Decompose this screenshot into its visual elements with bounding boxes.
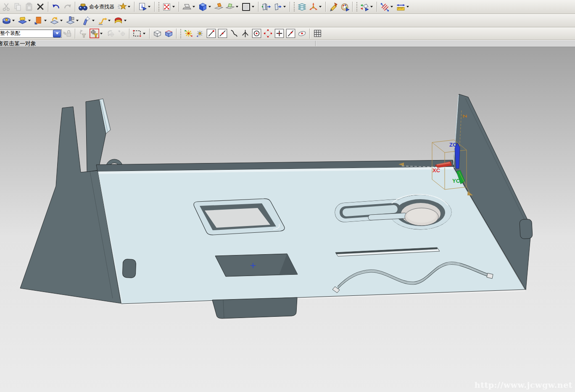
rendering-style-button[interactable] bbox=[197, 1, 213, 12]
snap-point-on-curve-button[interactable] bbox=[285, 28, 296, 39]
nav-box-icon bbox=[162, 2, 171, 12]
dropdown-caret-icon[interactable] bbox=[124, 20, 127, 21]
reset-gray-icon bbox=[106, 29, 115, 38]
selection-filter-button[interactable] bbox=[77, 28, 89, 39]
replace-view-button[interactable] bbox=[272, 1, 288, 12]
snap-settings-button[interactable] bbox=[194, 28, 206, 39]
3d-viewport[interactable]: Z ZC XC YC http://www.jcwgw.net bbox=[0, 47, 575, 392]
layer-settings-button[interactable] bbox=[296, 1, 308, 12]
dropdown-caret-icon[interactable] bbox=[236, 6, 238, 8]
toolbar-drag-handle[interactable] bbox=[356, 2, 358, 12]
pt-mid-icon bbox=[218, 29, 227, 38]
sm-normal-cutout-button[interactable] bbox=[81, 15, 97, 26]
section-view-button[interactable] bbox=[213, 1, 224, 12]
dropdown-caret-icon[interactable] bbox=[143, 33, 145, 34]
dropdown-caret-icon[interactable] bbox=[283, 6, 286, 8]
undo-icon bbox=[51, 2, 61, 12]
toolbar-drag-handle[interactable] bbox=[158, 2, 160, 12]
dropdown-caret-icon[interactable] bbox=[44, 20, 47, 21]
snap-existing-point-button[interactable] bbox=[274, 28, 285, 39]
cut-button[interactable] bbox=[1, 1, 12, 12]
sm-contour-flange-button[interactable] bbox=[33, 15, 49, 26]
grid-snap-button[interactable] bbox=[312, 28, 323, 39]
dropdown-caret-icon[interactable] bbox=[76, 20, 79, 21]
transparent-pick-button[interactable] bbox=[163, 28, 174, 39]
dropdown-caret-icon[interactable] bbox=[108, 20, 111, 21]
interpart-link-button[interactable] bbox=[62, 28, 73, 39]
dropdown-caret-icon[interactable] bbox=[370, 6, 373, 8]
snap-point-on-face-button[interactable] bbox=[296, 28, 308, 39]
dropdown-caret-icon[interactable] bbox=[128, 6, 130, 8]
marquee-select-button[interactable] bbox=[132, 28, 148, 39]
delete-button[interactable] bbox=[35, 1, 46, 12]
snap-point-button[interactable] bbox=[183, 28, 194, 39]
wcs-display-button[interactable] bbox=[308, 1, 324, 12]
trans-cube-icon bbox=[164, 29, 174, 38]
snap-midpoint-button[interactable] bbox=[217, 28, 228, 39]
dropdown-caret-icon[interactable] bbox=[28, 20, 31, 21]
dropdown-caret-icon[interactable] bbox=[60, 20, 63, 21]
touch-mode-button[interactable] bbox=[116, 1, 132, 12]
dropdown-caret-icon[interactable] bbox=[252, 6, 254, 8]
dropdown-caret-icon[interactable] bbox=[12, 20, 15, 21]
snap-endpoint-button[interactable] bbox=[206, 28, 217, 39]
copy-button[interactable] bbox=[12, 1, 24, 12]
window-display-button[interactable] bbox=[181, 1, 197, 12]
part-3d-model: Z ZC XC YC bbox=[0, 47, 575, 392]
clip-section-button[interactable] bbox=[224, 1, 240, 12]
information-button[interactable] bbox=[137, 1, 153, 12]
redo-button[interactable] bbox=[62, 1, 73, 12]
datum-axis-label: Z bbox=[462, 114, 468, 118]
dropdown-caret-icon[interactable] bbox=[319, 6, 322, 8]
snap-control-point-button[interactable] bbox=[228, 28, 240, 39]
dropdown-caret-icon[interactable] bbox=[92, 20, 95, 21]
dropdown-caret-icon[interactable] bbox=[193, 6, 195, 8]
sm-emboss-button[interactable] bbox=[113, 15, 129, 26]
prompt-message: 双击某一对象 bbox=[3, 40, 36, 47]
dropdown-caret-icon[interactable] bbox=[100, 33, 103, 34]
snap-quadrant-button[interactable] bbox=[262, 28, 274, 39]
pt-slash-icon bbox=[286, 29, 295, 38]
toolbar-separator bbox=[75, 29, 76, 39]
dropdown-caret-icon[interactable] bbox=[208, 6, 211, 8]
toolbar-drag-handle[interactable] bbox=[180, 29, 182, 39]
edit-object-display-button[interactable] bbox=[328, 1, 339, 12]
object-display-button[interactable] bbox=[339, 1, 351, 12]
show-hide-button[interactable] bbox=[359, 1, 375, 12]
type-filter-button[interactable] bbox=[89, 28, 105, 39]
snap-arc-center-button[interactable] bbox=[251, 28, 262, 39]
sm3-icon bbox=[34, 16, 43, 25]
marquee-icon bbox=[132, 29, 142, 38]
paste-button[interactable] bbox=[24, 1, 35, 12]
orient-view-button[interactable] bbox=[261, 1, 272, 12]
wcs-icon bbox=[309, 2, 318, 12]
layers-icon bbox=[297, 2, 307, 12]
undo-button[interactable] bbox=[50, 1, 62, 12]
toolbar-drag-handle[interactable] bbox=[293, 2, 295, 12]
shaded-pick-button[interactable] bbox=[152, 28, 163, 39]
toolbar-separator bbox=[290, 2, 290, 12]
selection-scope-combo[interactable]: 整个装配 bbox=[0, 29, 62, 38]
fit-view-button[interactable] bbox=[161, 1, 177, 12]
toolbar-separator bbox=[154, 2, 155, 12]
sm-jog-button[interactable] bbox=[97, 15, 113, 26]
sm-flange-button[interactable] bbox=[49, 15, 65, 26]
part-square-pocket bbox=[194, 199, 285, 235]
snap-measure-button[interactable] bbox=[379, 1, 395, 12]
reset-filter-button[interactable] bbox=[105, 28, 116, 39]
blank-bg-icon bbox=[241, 2, 251, 12]
pick-from-list-button[interactable] bbox=[116, 28, 127, 39]
sm-base-feature-button[interactable] bbox=[1, 15, 17, 26]
view-background-button[interactable] bbox=[240, 1, 256, 12]
combo-dropdown-button[interactable] bbox=[53, 30, 61, 37]
snap-intersection-button[interactable] bbox=[240, 28, 251, 39]
measure-distance-button[interactable] bbox=[395, 1, 411, 12]
dropdown-caret-icon[interactable] bbox=[148, 6, 150, 8]
dropdown-caret-icon[interactable] bbox=[172, 6, 175, 8]
sm-bend-button[interactable] bbox=[65, 15, 81, 26]
pt-quad-icon bbox=[263, 29, 273, 38]
dropdown-caret-icon[interactable] bbox=[406, 6, 409, 8]
sm-tab-button[interactable] bbox=[17, 15, 33, 26]
command-finder-button[interactable]: 命令查找器 bbox=[77, 1, 116, 12]
dropdown-caret-icon[interactable] bbox=[390, 6, 393, 8]
